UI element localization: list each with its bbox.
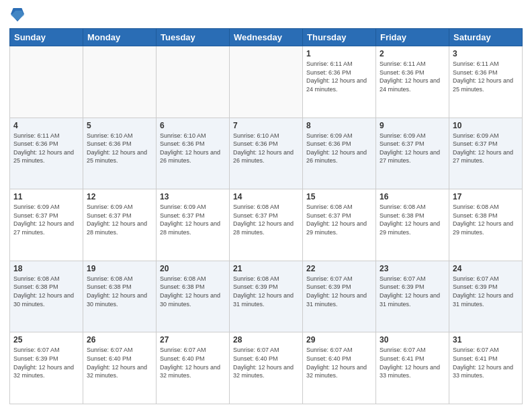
calendar-day-cell: 17Sunrise: 6:08 AM Sunset: 6:38 PM Dayli…	[449, 189, 523, 261]
calendar-day-cell: 31Sunrise: 6:07 AM Sunset: 6:41 PM Dayli…	[449, 332, 523, 404]
calendar-table: SundayMondayTuesdayWednesdayThursdayFrid…	[9, 28, 523, 404]
calendar-day-cell: 19Sunrise: 6:08 AM Sunset: 6:38 PM Dayli…	[83, 261, 157, 332]
calendar-day-cell: 4Sunrise: 6:11 AM Sunset: 6:36 PM Daylig…	[10, 118, 83, 189]
calendar-day-cell: 2Sunrise: 6:11 AM Sunset: 6:36 PM Daylig…	[376, 46, 449, 118]
day-number: 27	[160, 335, 226, 345]
calendar-day-cell	[10, 46, 83, 118]
day-number: 12	[87, 192, 152, 201]
calendar-week-row: 18Sunrise: 6:08 AM Sunset: 6:38 PM Dayli…	[10, 261, 523, 332]
calendar-day-cell	[83, 46, 157, 118]
day-info: Sunrise: 6:09 AM Sunset: 6:36 PM Dayligh…	[306, 132, 372, 165]
day-number: 18	[13, 264, 79, 273]
calendar-day-cell: 20Sunrise: 6:08 AM Sunset: 6:38 PM Dayli…	[157, 261, 230, 332]
calendar-week-row: 1Sunrise: 6:11 AM Sunset: 6:36 PM Daylig…	[10, 46, 523, 118]
calendar-day-cell: 10Sunrise: 6:09 AM Sunset: 6:37 PM Dayli…	[449, 118, 523, 189]
day-info: Sunrise: 6:07 AM Sunset: 6:39 PM Dayligh…	[380, 275, 445, 308]
calendar-day-cell: 28Sunrise: 6:07 AM Sunset: 6:40 PM Dayli…	[230, 332, 303, 404]
calendar-day-cell: 26Sunrise: 6:07 AM Sunset: 6:40 PM Dayli…	[83, 332, 157, 404]
calendar-day-cell: 13Sunrise: 6:09 AM Sunset: 6:37 PM Dayli…	[157, 189, 230, 261]
calendar-day-cell: 29Sunrise: 6:07 AM Sunset: 6:40 PM Dayli…	[303, 332, 376, 404]
day-number: 31	[453, 335, 519, 345]
day-info: Sunrise: 6:11 AM Sunset: 6:36 PM Dayligh…	[306, 60, 372, 93]
calendar-week-row: 11Sunrise: 6:09 AM Sunset: 6:37 PM Dayli…	[10, 189, 523, 261]
calendar-day-cell: 15Sunrise: 6:08 AM Sunset: 6:37 PM Dayli…	[303, 189, 376, 261]
day-info: Sunrise: 6:08 AM Sunset: 6:38 PM Dayligh…	[453, 203, 519, 236]
day-number: 16	[380, 192, 445, 201]
calendar-day-cell: 24Sunrise: 6:07 AM Sunset: 6:39 PM Dayli…	[449, 261, 523, 332]
day-number: 25	[13, 335, 79, 345]
day-number: 4	[13, 121, 79, 130]
day-info: Sunrise: 6:08 AM Sunset: 6:37 PM Dayligh…	[233, 203, 299, 236]
day-number: 2	[380, 49, 445, 58]
calendar-day-cell: 30Sunrise: 6:07 AM Sunset: 6:41 PM Dayli…	[376, 332, 449, 404]
calendar-day-cell: 25Sunrise: 6:07 AM Sunset: 6:39 PM Dayli…	[10, 332, 83, 404]
day-number: 14	[233, 192, 299, 201]
day-number: 3	[453, 49, 519, 58]
calendar-day-cell: 23Sunrise: 6:07 AM Sunset: 6:39 PM Dayli…	[376, 261, 449, 332]
day-info: Sunrise: 6:07 AM Sunset: 6:39 PM Dayligh…	[13, 346, 79, 379]
calendar-day-cell: 1Sunrise: 6:11 AM Sunset: 6:36 PM Daylig…	[303, 46, 376, 118]
day-number: 19	[87, 264, 152, 273]
day-info: Sunrise: 6:10 AM Sunset: 6:36 PM Dayligh…	[87, 132, 152, 165]
day-info: Sunrise: 6:07 AM Sunset: 6:40 PM Dayligh…	[160, 346, 226, 379]
day-info: Sunrise: 6:08 AM Sunset: 6:38 PM Dayligh…	[380, 203, 445, 236]
logo-text	[9, 7, 28, 23]
day-info: Sunrise: 6:09 AM Sunset: 6:37 PM Dayligh…	[453, 132, 519, 165]
day-number: 1	[306, 49, 372, 58]
calendar-day-cell: 5Sunrise: 6:10 AM Sunset: 6:36 PM Daylig…	[83, 118, 157, 189]
calendar-week-row: 4Sunrise: 6:11 AM Sunset: 6:36 PM Daylig…	[10, 118, 523, 189]
day-info: Sunrise: 6:07 AM Sunset: 6:39 PM Dayligh…	[453, 275, 519, 308]
day-info: Sunrise: 6:09 AM Sunset: 6:37 PM Dayligh…	[160, 203, 226, 236]
calendar-day-cell: 8Sunrise: 6:09 AM Sunset: 6:36 PM Daylig…	[303, 118, 376, 189]
day-info: Sunrise: 6:08 AM Sunset: 6:38 PM Dayligh…	[160, 275, 226, 308]
day-number: 8	[306, 121, 372, 130]
day-number: 17	[453, 192, 519, 201]
day-number: 30	[380, 335, 445, 345]
day-number: 22	[306, 264, 372, 273]
header	[9, 7, 523, 23]
page: SundayMondayTuesdayWednesdayThursdayFrid…	[0, 0, 532, 411]
day-info: Sunrise: 6:07 AM Sunset: 6:39 PM Dayligh…	[306, 275, 372, 308]
day-number: 23	[380, 264, 445, 273]
calendar-day-cell: 16Sunrise: 6:08 AM Sunset: 6:38 PM Dayli…	[376, 189, 449, 261]
day-number: 24	[453, 264, 519, 273]
calendar-day-cell	[230, 46, 303, 118]
day-number: 21	[233, 264, 299, 273]
day-info: Sunrise: 6:11 AM Sunset: 6:36 PM Dayligh…	[453, 60, 519, 93]
day-info: Sunrise: 6:11 AM Sunset: 6:36 PM Dayligh…	[13, 132, 79, 165]
day-info: Sunrise: 6:09 AM Sunset: 6:37 PM Dayligh…	[380, 132, 445, 165]
calendar-day-cell: 22Sunrise: 6:07 AM Sunset: 6:39 PM Dayli…	[303, 261, 376, 332]
day-number: 9	[380, 121, 445, 130]
calendar-day-cell: 11Sunrise: 6:09 AM Sunset: 6:37 PM Dayli…	[10, 189, 83, 261]
calendar-day-header: Friday	[376, 29, 449, 46]
calendar-day-cell: 27Sunrise: 6:07 AM Sunset: 6:40 PM Dayli…	[157, 332, 230, 404]
calendar-day-cell: 7Sunrise: 6:10 AM Sunset: 6:36 PM Daylig…	[230, 118, 303, 189]
day-info: Sunrise: 6:10 AM Sunset: 6:36 PM Dayligh…	[233, 132, 299, 165]
day-number: 29	[306, 335, 372, 345]
calendar-day-cell: 14Sunrise: 6:08 AM Sunset: 6:37 PM Dayli…	[230, 189, 303, 261]
day-number: 28	[233, 335, 299, 345]
day-info: Sunrise: 6:08 AM Sunset: 6:37 PM Dayligh…	[306, 203, 372, 236]
day-number: 10	[453, 121, 519, 130]
day-number: 13	[160, 192, 226, 201]
calendar-day-header: Wednesday	[230, 29, 303, 46]
calendar-day-cell: 6Sunrise: 6:10 AM Sunset: 6:36 PM Daylig…	[157, 118, 230, 189]
day-info: Sunrise: 6:08 AM Sunset: 6:39 PM Dayligh…	[233, 275, 299, 308]
day-info: Sunrise: 6:07 AM Sunset: 6:41 PM Dayligh…	[380, 346, 445, 379]
day-number: 7	[233, 121, 299, 130]
calendar-day-cell: 12Sunrise: 6:09 AM Sunset: 6:37 PM Dayli…	[83, 189, 157, 261]
day-number: 5	[87, 121, 152, 130]
calendar-day-cell: 21Sunrise: 6:08 AM Sunset: 6:39 PM Dayli…	[230, 261, 303, 332]
calendar-day-cell: 18Sunrise: 6:08 AM Sunset: 6:38 PM Dayli…	[10, 261, 83, 332]
day-info: Sunrise: 6:07 AM Sunset: 6:41 PM Dayligh…	[453, 346, 519, 379]
calendar-day-cell: 9Sunrise: 6:09 AM Sunset: 6:37 PM Daylig…	[376, 118, 449, 189]
calendar-header-row: SundayMondayTuesdayWednesdayThursdayFrid…	[10, 29, 523, 46]
calendar-day-header: Monday	[83, 29, 157, 46]
day-number: 11	[13, 192, 79, 201]
calendar-day-header: Thursday	[303, 29, 376, 46]
day-number: 6	[160, 121, 226, 130]
day-info: Sunrise: 6:07 AM Sunset: 6:40 PM Dayligh…	[87, 346, 152, 379]
day-number: 15	[306, 192, 372, 201]
day-info: Sunrise: 6:07 AM Sunset: 6:40 PM Dayligh…	[233, 346, 299, 379]
calendar-day-cell: 3Sunrise: 6:11 AM Sunset: 6:36 PM Daylig…	[449, 46, 523, 118]
